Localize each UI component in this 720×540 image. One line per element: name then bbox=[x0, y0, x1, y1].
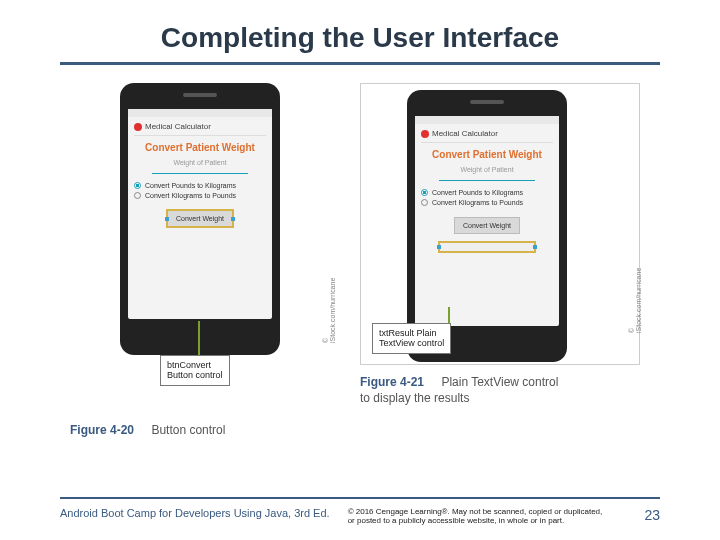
page-number: 23 bbox=[644, 507, 660, 523]
radio-label: Convert Kilograms to Pounds bbox=[432, 199, 523, 206]
footer: Android Boot Camp for Developers Using J… bbox=[0, 497, 720, 526]
app-icon bbox=[421, 130, 429, 138]
status-bar bbox=[415, 116, 559, 124]
figure-right: Medical Calculator Convert Patient Weigh… bbox=[360, 83, 640, 405]
callout-connector bbox=[198, 321, 200, 355]
phone-mock-right: Medical Calculator Convert Patient Weigh… bbox=[407, 90, 567, 362]
app-title: Medical Calculator bbox=[432, 129, 498, 138]
app-icon bbox=[134, 123, 142, 131]
callout-txtresult: txtResult Plain TextView control bbox=[372, 323, 451, 354]
screen-subheading: Weight of Patient bbox=[134, 159, 266, 166]
figure-description: to display the results bbox=[360, 391, 640, 405]
screen-heading: Convert Patient Weight bbox=[421, 149, 553, 160]
screen-subheading: Weight of Patient bbox=[421, 166, 553, 173]
status-bar bbox=[128, 109, 272, 117]
copyright-notice: © 2016 Cengage Learning®. May not be sca… bbox=[348, 507, 608, 526]
figure-caption-text: Button control bbox=[151, 423, 225, 437]
figure-left: Medical Calculator Convert Patient Weigh… bbox=[70, 83, 330, 437]
radio-icon bbox=[134, 192, 141, 199]
weight-input[interactable] bbox=[152, 168, 248, 174]
radio-label: Convert Pounds to Kilograms bbox=[432, 189, 523, 196]
app-bar: Medical Calculator bbox=[421, 127, 553, 143]
figure-caption: Figure 4-21 Plain TextView control bbox=[360, 375, 640, 389]
convert-button[interactable]: Convert Weight bbox=[167, 210, 233, 227]
book-title: Android Boot Camp for Developers Using J… bbox=[60, 507, 330, 519]
phone-mock-left: Medical Calculator Convert Patient Weigh… bbox=[120, 83, 280, 355]
figure-caption: Figure 4-20 Button control bbox=[70, 423, 330, 437]
title-rule bbox=[60, 62, 660, 65]
phone-screen-left: Medical Calculator Convert Patient Weigh… bbox=[128, 109, 272, 319]
radio-kg-to-lb[interactable]: Convert Kilograms to Pounds bbox=[421, 199, 553, 206]
radio-lb-to-kg[interactable]: Convert Pounds to Kilograms bbox=[134, 182, 266, 189]
weight-input[interactable] bbox=[439, 175, 535, 181]
app-bar: Medical Calculator bbox=[134, 120, 266, 136]
image-credit: © iStock.com/hurricane bbox=[322, 278, 336, 343]
radio-icon bbox=[421, 189, 428, 196]
radio-lb-to-kg[interactable]: Convert Pounds to Kilograms bbox=[421, 189, 553, 196]
figure-caption-text: Plain TextView control bbox=[441, 375, 558, 389]
image-credit: © iStock.com/hurricane bbox=[628, 268, 642, 333]
screen-heading: Convert Patient Weight bbox=[134, 142, 266, 153]
phone-speaker bbox=[183, 93, 217, 97]
radio-label: Convert Pounds to Kilograms bbox=[145, 182, 236, 189]
result-textview bbox=[439, 242, 535, 252]
app-title: Medical Calculator bbox=[145, 122, 211, 131]
phone-speaker bbox=[470, 100, 504, 104]
figure-number: Figure 4-21 bbox=[360, 375, 424, 389]
radio-label: Convert Kilograms to Pounds bbox=[145, 192, 236, 199]
content-area: Medical Calculator Convert Patient Weigh… bbox=[0, 83, 720, 437]
convert-button[interactable]: Convert Weight bbox=[454, 217, 520, 234]
radio-icon bbox=[134, 182, 141, 189]
callout-btnconvert: btnConvert Button control bbox=[160, 355, 230, 386]
radio-kg-to-lb[interactable]: Convert Kilograms to Pounds bbox=[134, 192, 266, 199]
phone-screen-right: Medical Calculator Convert Patient Weigh… bbox=[415, 116, 559, 326]
radio-icon bbox=[421, 199, 428, 206]
slide-title: Completing the User Interface bbox=[0, 0, 720, 62]
figure-number: Figure 4-20 bbox=[70, 423, 134, 437]
